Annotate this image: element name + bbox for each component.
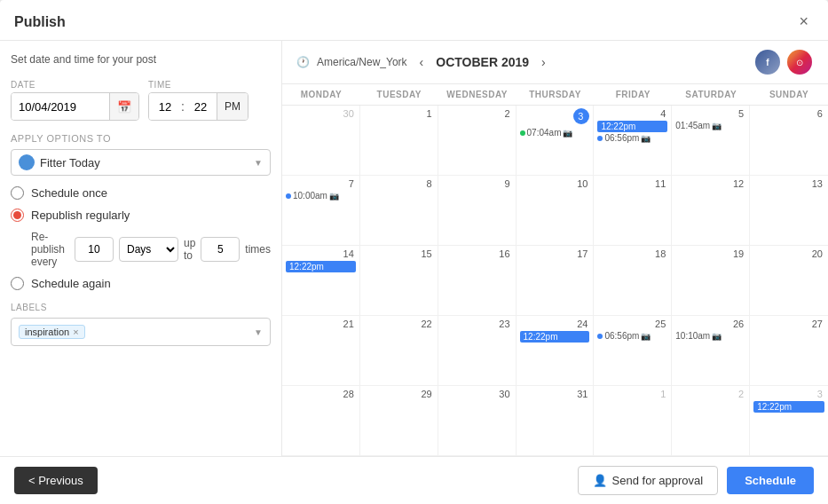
event-time: 06:56pm — [604, 133, 639, 143]
cell-oct16: 16 — [438, 246, 517, 315]
cell-date: 24 — [520, 319, 590, 329]
event-dot — [286, 193, 291, 199]
event-time: 10:00am — [293, 191, 327, 201]
cell-date: 20 — [753, 248, 824, 259]
profile-icon — [19, 154, 35, 170]
modal-body: Set date and time for your post DATE 📅 T… — [0, 41, 828, 456]
event-nov3-1: 12:22pm — [753, 401, 824, 413]
labels-field-label: LABELS — [11, 303, 271, 312]
cell-oct6: 6 — [750, 106, 828, 175]
cell-oct17: 17 — [517, 246, 595, 315]
event-oct3-1: 07:04am 📷 — [520, 128, 590, 138]
cell-nov3: 3 12:22pm — [750, 386, 828, 455]
close-button[interactable]: × — [793, 11, 814, 33]
event-icon: 📷 — [712, 332, 722, 341]
calendar-days-header: MONDAY TUESDAY WEDNESDAY THURSDAY FRIDAY… — [282, 84, 828, 106]
next-month-button[interactable]: › — [536, 53, 551, 71]
calendar-weeks: 30 1 2 3 07:04am 📷 — [282, 106, 828, 456]
day-header-fri: FRIDAY — [594, 84, 672, 105]
calendar-week-3: 14 12:22pm 15 16 17 18 19 20 — [282, 246, 828, 316]
label-tag-remove[interactable]: × — [73, 327, 78, 337]
user-icon: 👤 — [593, 474, 607, 487]
avatar-instagram: ⊙ — [785, 48, 814, 76]
cell-date: 8 — [364, 178, 434, 189]
set-date-label: Set date and time for your post — [11, 53, 271, 66]
republish-times-label: times — [245, 243, 271, 256]
schedule-once-option[interactable]: Schedule once — [11, 186, 271, 200]
prev-button[interactable]: < Previous — [14, 467, 98, 494]
cell-date: 14 — [286, 248, 356, 259]
apply-options-section: Apply options to Fitter Today ▼ — [11, 133, 271, 176]
cell-date: 6 — [753, 108, 824, 119]
schedule-again-radio[interactable] — [11, 277, 24, 290]
cell-oct13: 13 — [750, 176, 828, 245]
republish-option[interactable]: Republish regularly — [11, 209, 271, 222]
date-input[interactable] — [12, 93, 109, 120]
calendar-icon-button[interactable]: 📅 — [109, 93, 138, 120]
day-header-sat: SATURDAY — [672, 84, 750, 105]
schedule-once-radio[interactable] — [11, 186, 24, 200]
republish-unit-select[interactable]: Days Hours Weeks — [119, 237, 178, 262]
cell-date: 3 — [753, 389, 824, 399]
cell-date: 23 — [442, 319, 512, 329]
cell-oct30: 30 — [438, 386, 517, 455]
republish-interval-input[interactable] — [75, 237, 114, 262]
cell-oct20: 20 — [750, 246, 828, 315]
apply-options-label: Apply options to — [11, 133, 271, 144]
send-approval-button[interactable]: 👤 Send for approval — [578, 466, 719, 495]
date-field-group: DATE 📅 — [11, 80, 139, 121]
cell-oct27: 27 — [750, 316, 828, 385]
date-input-wrap: 📅 — [11, 92, 139, 121]
labels-chevron-icon: ▼ — [254, 327, 263, 337]
calendar-header-left: 🕐 America/New_York ‹ OCTOBER 2019 › — [296, 53, 551, 71]
publish-modal: Publish × Set date and time for your pos… — [0, 0, 828, 504]
cell-date: 2 — [675, 389, 745, 399]
cell-date: 29 — [364, 389, 434, 399]
republish-count-input[interactable] — [201, 237, 240, 262]
calendar-week-4: 21 22 23 24 12:22pm 25 06:56pm — [282, 316, 828, 386]
schedule-button[interactable]: Schedule — [727, 467, 814, 494]
cell-oct23: 23 — [438, 316, 517, 385]
cell-oct15: 15 — [360, 246, 438, 315]
apply-options-account: Fitter Today — [40, 156, 100, 169]
event-oct26-1: 10:10am 📷 — [675, 331, 745, 341]
schedule-again-option[interactable]: Schedule again — [11, 277, 271, 290]
calendar-week-1: 30 1 2 3 07:04am 📷 — [282, 106, 828, 176]
event-time: 10:10am — [675, 331, 710, 341]
day-header-sun: SUNDAY — [750, 84, 828, 105]
ampm-button[interactable]: PM — [217, 93, 248, 120]
cell-oct25: 25 06:56pm 📷 — [594, 316, 672, 385]
time-field-group: TIME : PM — [148, 80, 248, 121]
prev-month-button[interactable]: ‹ — [414, 53, 430, 71]
event-oct7-1: 10:00am 📷 — [286, 191, 356, 201]
timezone-label: America/New_York — [317, 56, 407, 68]
label-tag-inspiration: inspiration × — [19, 325, 85, 339]
cell-oct22: 22 — [360, 316, 438, 385]
cell-date: 9 — [442, 178, 512, 189]
cell-oct4: 4 12:22pm 06:56pm 📷 — [594, 106, 672, 175]
cell-oct14: 14 12:22pm — [282, 246, 360, 315]
cell-date: 12 — [675, 178, 745, 189]
republish-every-label: Re-publish every — [31, 231, 69, 268]
event-oct4-2: 06:56pm 📷 — [597, 133, 667, 143]
cell-date: 7 — [286, 178, 356, 189]
republish-radio[interactable] — [11, 209, 24, 222]
apply-options-dropdown[interactable]: Fitter Today ▼ — [11, 149, 271, 176]
facebook-icon: f — [755, 50, 780, 75]
republish-upto-label: up to — [184, 237, 195, 262]
event-icon: 📷 — [329, 192, 339, 201]
date-field-label: DATE — [11, 80, 139, 90]
cell-oct19: 19 — [672, 246, 750, 315]
calendar-grid: MONDAY TUESDAY WEDNESDAY THURSDAY FRIDAY… — [282, 84, 828, 456]
modal-footer: < Previous 👤 Send for approval Schedule — [0, 456, 828, 504]
label-tag-text: inspiration — [25, 327, 69, 337]
day-header-wed: WEDNESDAY — [438, 84, 517, 105]
calendar-header: 🕐 America/New_York ‹ OCTOBER 2019 › f ⊙ — [282, 41, 828, 84]
cell-date: 22 — [364, 319, 434, 329]
cell-date: 4 — [597, 108, 667, 119]
time-hours-input[interactable] — [149, 93, 181, 120]
time-minutes-input[interactable] — [185, 93, 217, 120]
labels-dropdown[interactable]: inspiration × ▼ — [11, 318, 271, 346]
avatar-facebook: f — [753, 48, 782, 76]
cell-date: 18 — [597, 248, 667, 259]
